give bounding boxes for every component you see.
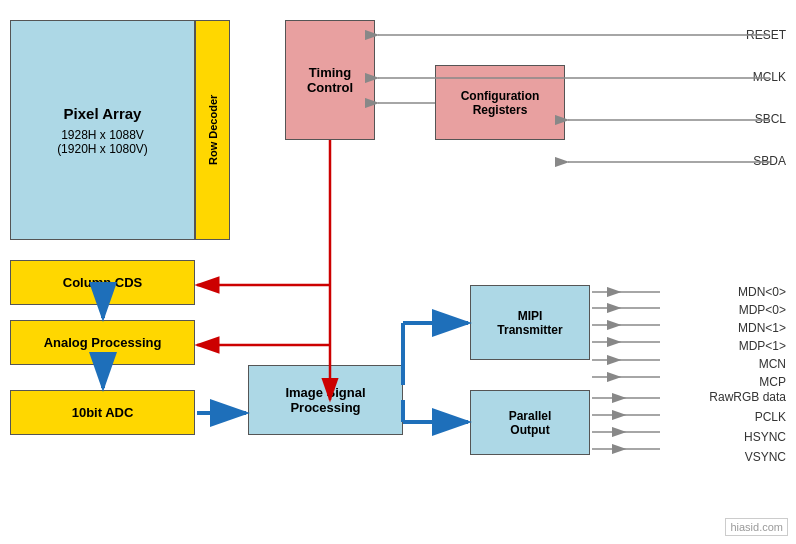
row-decoder-label: Row Decoder	[207, 95, 219, 165]
parallel-output-label: ParallelOutput	[509, 409, 552, 437]
block-timing-control: TimingControl	[285, 20, 375, 140]
pixel-array-label: Pixel Array	[57, 105, 148, 122]
signal-pclk: PCLK	[755, 410, 786, 424]
image-signal-label: Image SignalProcessing	[285, 385, 365, 415]
signal-mdn0: MDN<0>	[738, 285, 786, 299]
analog-processing-label: Analog Processing	[44, 335, 162, 350]
column-cds-label: Column CDS	[63, 275, 142, 290]
timing-control-label: TimingControl	[307, 65, 353, 95]
block-10bit-adc: 10bit ADC	[10, 390, 195, 435]
pixel-array-sub: 1928H x 1088V(1920H x 1080V)	[57, 128, 148, 156]
block-column-cds: Column CDS	[10, 260, 195, 305]
block-image-signal: Image SignalProcessing	[248, 365, 403, 435]
signal-mcp: MCP	[759, 375, 786, 389]
config-registers-label: ConfigurationRegisters	[461, 89, 540, 117]
block-row-decoder: Row Decoder	[195, 20, 230, 240]
signal-mdp0: MDP<0>	[739, 303, 786, 317]
signal-reset: RESET	[746, 28, 786, 42]
block-parallel-output: ParallelOutput	[470, 390, 590, 455]
signal-mcn: MCN	[759, 357, 786, 371]
signal-sbcl: SBCL	[755, 112, 786, 126]
signal-mdp1: MDP<1>	[739, 339, 786, 353]
adc-label: 10bit ADC	[72, 405, 134, 420]
signal-hsync: HSYNC	[744, 430, 786, 444]
block-analog-processing: Analog Processing	[10, 320, 195, 365]
signal-sbda: SBDA	[753, 154, 786, 168]
signal-vsync: VSYNC	[745, 450, 786, 464]
signal-rawrgb: RawRGB data	[709, 390, 786, 404]
watermark: hiasid.com	[725, 518, 788, 536]
block-pixel-array: Pixel Array 1928H x 1088V(1920H x 1080V)	[10, 20, 195, 240]
signal-mclk: MCLK	[753, 70, 786, 84]
mipi-transmitter-label: MIPITransmitter	[497, 309, 562, 337]
diagram-container: Pixel Array 1928H x 1088V(1920H x 1080V)…	[0, 0, 796, 544]
block-mipi-transmitter: MIPITransmitter	[470, 285, 590, 360]
block-config-registers: ConfigurationRegisters	[435, 65, 565, 140]
signal-mdn1: MDN<1>	[738, 321, 786, 335]
